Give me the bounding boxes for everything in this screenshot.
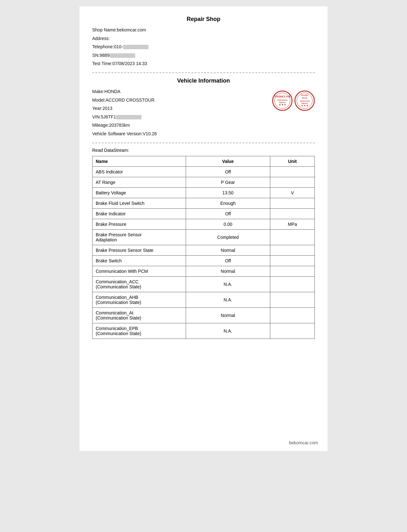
year-value: 2013 [102,106,112,111]
sn-value: 9889 [100,53,109,58]
vin-label: VIN: [92,114,101,119]
cell-name: Communication_EPB(Communication State) [93,323,186,339]
cell-unit [270,177,315,187]
stamp-thinkcar-sub: AuthorizedAgency [277,99,287,104]
cell-value: Normal [186,245,270,255]
cell-value: 13.50 [186,187,270,198]
sn-label: SN: [92,53,100,58]
address-row: Address: [92,34,315,43]
cell-unit [270,307,315,323]
make-value: HONDA [104,89,121,94]
cell-name: Battery Voltage [93,187,186,198]
table-row: Communication_ACC(Communication State)N.… [93,276,315,292]
cell-unit [270,229,315,245]
cell-unit [270,208,315,219]
cell-value: 0.00 [186,219,270,229]
cell-value: Normal [186,307,270,323]
table-row: Brake SwitchOff [93,255,315,266]
cell-value: Off [186,208,270,219]
table-row: Brake Pressure0.00MPa [93,219,315,229]
table-row: Battery Voltage13.50V [93,187,315,198]
table-row: Communication With PCMNormal [93,266,315,276]
cell-name: Communication_At(Communication State) [93,307,186,323]
stamp-inside-tech-sub: AuthorizedAgency [300,100,309,104]
mileage-row: Mileage:203783km [92,121,315,130]
cell-value: N.A. [186,323,270,339]
datastream-table: Name Value Unit ABS IndicatorOffAT Range… [92,156,315,339]
stamp-inside-tech: Inside Tech AuthorizedAgency ★ ★ ★ [294,91,315,111]
telephone-value: 010- [114,44,123,49]
cell-value: Normal [186,266,270,276]
cell-name: Brake Pressure Sensor State [93,245,186,255]
stamp-thinkcar: THINKCAR AuthorizedAgency ★ ★ ★ [272,91,293,111]
cell-value: N.A. [186,276,270,292]
cell-unit: MPa [270,219,315,229]
table-row: Brake Pressure Sensor StateNormal [93,245,315,255]
col-header-name: Name [93,156,186,166]
cell-unit: V [270,187,315,198]
shop-info-block: Shop Name:bekomcar.com Address: Telephon… [92,26,315,68]
vin-row: VIN:5J6TF1 [92,113,315,121]
read-datastream-label: Read DataStream: [92,148,315,153]
stamp-thinkcar-main: THINKCAR [274,95,291,98]
shop-name-label: Shop Name: [92,27,117,32]
table-row: Communication_AHB(Communication State)N.… [93,292,315,307]
stamp-inside-tech-stars: ★ ★ ★ [301,104,308,107]
software-value: V10.28 [143,131,157,136]
shop-name-value: bekomcar.com [117,27,146,32]
cell-name: Brake Fluid Level Switch [93,198,186,208]
sn-redacted [110,53,135,58]
model-value: ACCORD CROSSTOUR [106,98,155,103]
cell-unit [270,255,315,266]
divider-2 [92,143,315,143]
sn-row: SN:9889 [92,51,315,60]
shop-name-row: Shop Name:bekomcar.com [92,26,315,34]
software-label: Vehicle Software Version: [92,131,143,136]
cell-name: Brake Pressure SensorAdaptation [93,229,186,245]
stamp-inside-tech-inner: Inside Tech AuthorizedAgency ★ ★ ★ [297,93,313,109]
vin-redacted [116,115,141,119]
stamp-inside-tech-main: Inside Tech [298,94,311,99]
report-page: Repair Shop Shop Name:bekomcar.com Addre… [79,6,328,451]
cell-value: Off [186,255,270,266]
cell-unit [270,292,315,307]
telephone-redacted [123,45,148,49]
mileage-value: 203783km [109,123,130,128]
cell-value: P Gear [186,177,270,187]
make-label: Make: [92,89,104,94]
table-row: ABS IndicatorOff [93,166,315,177]
cell-unit [270,323,315,339]
year-label: Year: [92,106,102,111]
mileage-label: Mileage: [92,123,109,128]
address-label: Address: [92,36,110,41]
cell-name: Brake Switch [93,255,186,266]
cell-unit [270,245,315,255]
table-row: Brake IndicatorOff [93,208,315,219]
telephone-label: Telephone: [92,44,114,49]
table-header-row: Name Value Unit [93,156,315,166]
table-row: Brake Pressure SensorAdaptationCompleted [93,229,315,245]
report-title: Repair Shop [92,16,315,23]
divider-1 [92,72,315,73]
cell-name: Communication_AHB(Communication State) [93,292,186,307]
cell-unit [270,166,315,177]
cell-unit [270,198,315,208]
cell-value: Off [186,166,270,177]
table-row: Brake Fluid Level SwitchEnough [93,198,315,208]
test-time-label: Test Time: [92,61,113,66]
cell-value: N.A. [186,292,270,307]
table-body: ABS IndicatorOffAT RangeP GearBattery Vo… [93,166,315,339]
test-time-row: Test Time:07/08/2023 14:33 [92,59,315,68]
vehicle-info-section: Make:HONDA Model:ACCORD CROSSTOUR Year:2… [92,87,315,138]
col-header-value: Value [186,156,270,166]
table-row: Communication_EPB(Communication State)N.… [93,323,315,339]
cell-name: Brake Indicator [93,208,186,219]
software-row: Vehicle Software Version:V10.28 [92,130,315,138]
cell-unit [270,266,315,276]
cell-name: AT Range [93,177,186,187]
stamp-thinkcar-stars: ★ ★ ★ [279,104,286,106]
cell-value: Completed [186,229,270,245]
table-row: Communication_At(Communication State)Nor… [93,307,315,323]
cell-name: Communication_ACC(Communication State) [93,276,186,292]
cell-name: ABS Indicator [93,166,186,177]
